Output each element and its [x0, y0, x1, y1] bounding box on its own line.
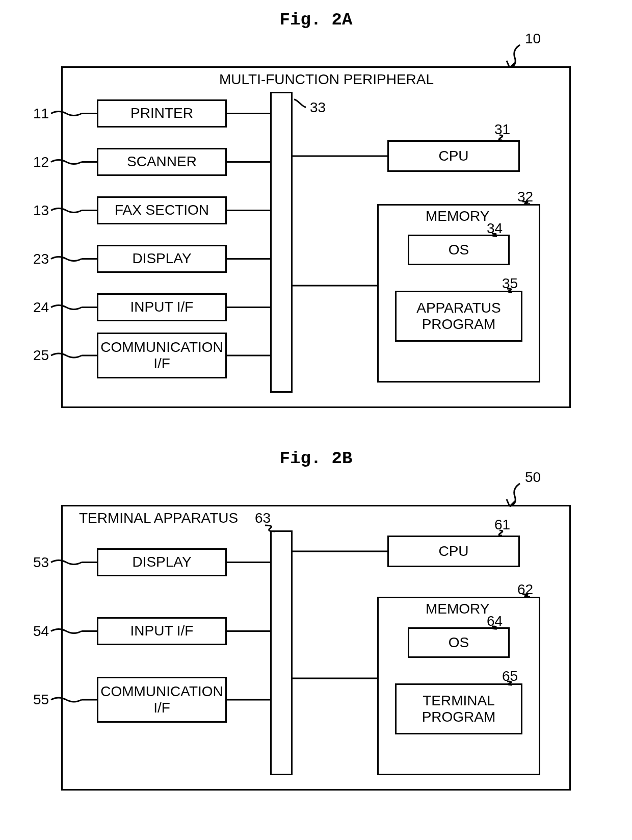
figure-a-memory-label: MEMORY	[426, 208, 490, 224]
left-block: COMMUNICATION I/F	[97, 677, 227, 723]
left-block-label: DISPLAY	[132, 250, 191, 267]
figure-a-os-label: OS	[449, 242, 469, 258]
left-block: DISPLAY	[97, 245, 227, 273]
figure-b-cpu-ref: 61	[494, 517, 510, 533]
figure-b-bus	[270, 530, 293, 775]
left-block-ref: 23	[33, 251, 49, 267]
left-block-ref: 54	[33, 623, 49, 640]
figure-a-bus-ref: 33	[310, 99, 326, 116]
figure-b-prog-box: TERMINAL PROGRAM	[395, 683, 522, 734]
left-block-label: PRINTER	[130, 105, 193, 121]
figure-b-prog-ref: 65	[502, 668, 518, 684]
left-block-label: COMMUNICATION I/F	[100, 683, 223, 716]
left-block: PRINTER	[97, 99, 227, 128]
figure-a-outer-ref: 10	[525, 31, 541, 47]
left-block: INPUT I/F	[97, 293, 227, 321]
left-block: FAX SECTION	[97, 196, 227, 224]
figure-a-prog-ref: 35	[502, 275, 518, 292]
left-block-label: SCANNER	[127, 154, 197, 170]
figure-b-os-label: OS	[449, 634, 469, 651]
figure-b-cpu-box: CPU	[387, 536, 520, 567]
figure-a-prog-box: APPARATUS PROGRAM	[395, 291, 522, 342]
left-block-ref: 55	[33, 692, 49, 708]
figure-b-memory-ref: 62	[517, 581, 533, 598]
figure-a-cpu-ref: 31	[494, 121, 510, 138]
figure-a-cpu-box: CPU	[387, 140, 520, 172]
left-block-label: INPUT I/F	[130, 623, 194, 639]
figure-b-bus-ref: 63	[255, 510, 271, 526]
left-block-label: COMMUNICATION I/F	[100, 339, 223, 372]
left-block: INPUT I/F	[97, 617, 227, 645]
figure-a-cpu-label: CPU	[438, 148, 468, 164]
figure-b-title: Fig. 2B	[0, 449, 632, 468]
left-block: COMMUNICATION I/F	[97, 333, 227, 378]
figure-b-prog-label: TERMINAL PROGRAM	[422, 693, 496, 725]
figure-b-memory-label: MEMORY	[426, 601, 490, 617]
figure-a-prog-label: APPARATUS PROGRAM	[416, 300, 501, 333]
figure-a-os-box: OS	[408, 235, 510, 265]
left-block-ref: 53	[33, 554, 49, 571]
figure-b-os-box: OS	[408, 627, 510, 658]
figure-b-outer-ref: 50	[525, 469, 541, 486]
figure-b-os-ref: 64	[487, 613, 503, 629]
figure-a-title: Fig. 2A	[0, 10, 632, 30]
left-block-label: FAX SECTION	[115, 202, 209, 218]
figure-a-memory-ref: 32	[517, 189, 533, 205]
left-block-ref: 13	[33, 202, 49, 219]
left-block-label: INPUT I/F	[130, 299, 194, 315]
left-block-ref: 11	[33, 106, 49, 122]
figure-b-outer-title: TERMINAL APPARATUS	[79, 510, 238, 526]
left-block-label: DISPLAY	[132, 554, 191, 570]
figure-b-cpu-label: CPU	[438, 543, 468, 559]
left-block-ref: 25	[33, 347, 49, 364]
figure-a-outer-title: MULTI-FUNCTION PERIPHERAL	[219, 71, 434, 88]
figure-a-os-ref: 34	[487, 220, 503, 237]
left-block: DISPLAY	[97, 548, 227, 576]
left-block-ref: 24	[33, 299, 49, 316]
figure-a-bus	[270, 92, 293, 393]
left-block-ref: 12	[33, 154, 49, 170]
left-block: SCANNER	[97, 148, 227, 176]
